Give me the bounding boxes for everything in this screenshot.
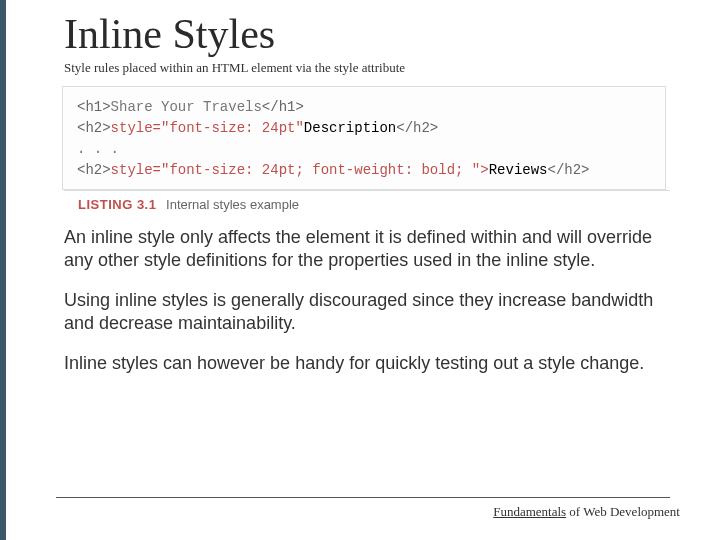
code-token: <h1> [77, 99, 111, 115]
code-listing: <h1>Share Your Travels</h1> <h2>style="f… [62, 86, 666, 190]
listing-desc: Internal styles example [166, 197, 299, 212]
paragraph: Inline styles can however be handy for q… [64, 352, 670, 375]
footer-divider [56, 497, 670, 498]
code-token: style="font-size: 24pt; font-weight: bol… [111, 162, 489, 178]
listing-label: LISTING 3.1 [78, 197, 156, 212]
paragraph: An inline style only affects the element… [64, 226, 670, 273]
body-text: An inline style only affects the element… [64, 226, 670, 375]
slide: Inline Styles Style rules placed within … [0, 0, 720, 540]
page-title: Inline Styles [64, 10, 670, 58]
footer-underline: Fundamentals [493, 504, 566, 519]
listing-caption: LISTING 3.1 Internal styles example [64, 190, 670, 218]
footer-rest: of Web Development [566, 504, 680, 519]
code-token: Description [304, 120, 396, 136]
code-token: . . . [77, 141, 119, 157]
code-token: style="font-size: 24pt" [111, 120, 304, 136]
code-token: </h2> [547, 162, 589, 178]
footer-text: Fundamentals of Web Development [493, 504, 680, 520]
paragraph: Using inline styles is generally discour… [64, 289, 670, 336]
code-token: <h2> [77, 162, 111, 178]
code-token: Share Your Travels [111, 99, 262, 115]
code-token: <h2> [77, 120, 111, 136]
code-token: Reviews [489, 162, 548, 178]
page-subtitle: Style rules placed within an HTML elemen… [64, 60, 670, 76]
code-token: </h1> [262, 99, 304, 115]
code-token: </h2> [396, 120, 438, 136]
